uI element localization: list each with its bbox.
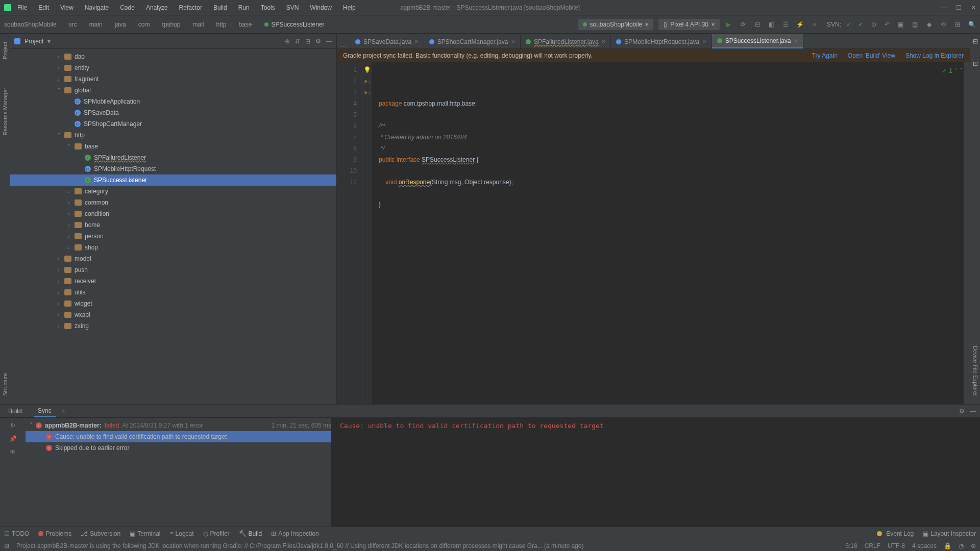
tree-row-spsavedata[interactable]: CSPSaveData [10, 107, 336, 118]
tree-row-spshopcartmanager[interactable]: CSPShopCartManager [10, 118, 336, 130]
chevron-icon[interactable]: › [56, 290, 61, 295]
close-tab-icon[interactable]: × [602, 38, 606, 45]
menu-run[interactable]: Run [236, 3, 252, 12]
menu-navigate[interactable]: Navigate [83, 3, 111, 12]
chevron-icon[interactable]: ˅ [56, 88, 61, 93]
code-content[interactable]: ✓ 1 ˄ ˅ package com.tpshop.mall.http.bas… [373, 62, 964, 404]
logcat-tool-button[interactable]: ≡ Logcat [170, 530, 194, 537]
layout-inspector-button[interactable]: ▣ Layout Inspector [923, 530, 976, 537]
stop-button[interactable]: ■ [811, 20, 819, 29]
breadcrumb-segment[interactable]: soubaoShopMobile [4, 21, 57, 28]
chevron-icon[interactable]: ˅ [66, 144, 71, 149]
error-stripe[interactable] [964, 62, 970, 404]
collapse-all-button[interactable]: ⊟ [305, 38, 310, 45]
indent-info[interactable]: 4 spaces [912, 542, 937, 549]
device-file-explorer-button[interactable]: Device File Explorer [972, 342, 978, 400]
status-icon[interactable]: ⊞ [4, 542, 9, 549]
show-log-link[interactable]: Show Log in Explorer [905, 52, 964, 59]
build-tool-button[interactable]: 🔨 Build [239, 530, 262, 537]
chevron-up-icon[interactable]: ˄ [954, 65, 958, 77]
structure-tool-button[interactable]: Structure [2, 369, 8, 400]
code-editor[interactable]: 1234567891011 💡●↓●↓ ✓ 1 ˄ ˅ package com.… [337, 62, 970, 404]
tree-row-push[interactable]: ›push [10, 264, 336, 276]
tree-row-spfailuredlistener[interactable]: ISPFailuredListener [10, 152, 336, 163]
profiler-tool-button[interactable]: ◷ Profiler [203, 530, 230, 537]
chevron-icon[interactable]: › [56, 54, 61, 60]
breadcrumb-segment[interactable]: com [138, 21, 150, 28]
tree-row-receiver[interactable]: ›receiver [10, 276, 336, 287]
close-tab-icon[interactable]: × [702, 38, 706, 45]
sync-project-button[interactable]: ⟲ [939, 20, 947, 29]
build-error-row[interactable]: ! Cause: unable to find valid certificat… [26, 431, 331, 442]
tree-row-person[interactable]: ›person [10, 231, 336, 242]
vcs-commit-button[interactable]: ✓ [856, 20, 865, 29]
build-root-row[interactable]: ˅ ! appmbB2B-master: failed At 2024/8/31… [26, 420, 331, 431]
menu-tools[interactable]: Tools [259, 3, 277, 12]
sdk-manager-button[interactable]: ▤ [911, 20, 919, 29]
chevron-icon[interactable]: › [66, 189, 71, 194]
memory-indicator[interactable]: ◔ [959, 542, 964, 549]
resource-manager-button[interactable]: ◆ [925, 20, 933, 29]
resource-manager-tool-button[interactable]: Resource Manager [2, 84, 8, 140]
menu-build[interactable]: Build [211, 3, 229, 12]
tree-row-zxing[interactable]: ›zxing [10, 320, 336, 332]
tree-row-spsuccesslistener[interactable]: ISPSuccessListener [10, 174, 336, 186]
close-button[interactable]: ✕ [971, 4, 976, 11]
panel-settings-button[interactable]: ⚙ [315, 38, 321, 45]
tree-row-global[interactable]: ˅global [10, 85, 336, 96]
app-inspection-tool-button[interactable]: ⊞ App Inspection [271, 530, 318, 537]
read-only-toggle[interactable]: 🔒 [944, 542, 951, 549]
ide-settings-icon[interactable]: ⊕ [971, 542, 976, 549]
chevron-icon[interactable]: › [66, 211, 71, 217]
project-structure-button[interactable]: ⊞ [953, 20, 962, 29]
search-everywhere-button[interactable]: 🔍 [968, 20, 976, 29]
tree-row-dao[interactable]: ›dao [10, 51, 336, 62]
hide-panel-button[interactable]: — [326, 38, 332, 45]
file-encoding[interactable]: UTF-8 [888, 542, 905, 549]
vcs-history-button[interactable]: ⊙ [870, 20, 878, 29]
terminal-tool-button[interactable]: ▣ Terminal [130, 530, 160, 537]
coverage-button[interactable]: ⊟ [753, 20, 762, 29]
build-tab-sync[interactable]: Sync [34, 405, 56, 417]
menu-view[interactable]: View [58, 3, 76, 12]
chevron-icon[interactable]: › [66, 234, 71, 239]
run-config-selector[interactable]: soubaoShopMobile ▾ [578, 19, 654, 30]
select-opened-file-button[interactable]: ⊕ [285, 38, 290, 45]
tree-row-model[interactable]: ›model [10, 253, 336, 264]
editor-tab-spfailuredlistener-java[interactable]: SPFailuredListener.java× [521, 35, 611, 48]
chevron-icon[interactable]: › [56, 279, 61, 284]
project-panel-title[interactable]: Project [24, 38, 43, 45]
menu-file[interactable]: File [15, 3, 29, 12]
notifications-button[interactable]: ⊟ [973, 38, 978, 45]
tree-row-category[interactable]: ›category [10, 186, 336, 197]
close-tab-icon[interactable]: × [794, 37, 798, 44]
chevron-down-icon[interactable]: ▾ [47, 38, 51, 45]
problems-tool-button[interactable]: Problems [38, 530, 71, 537]
maximize-button[interactable]: ☐ [956, 4, 962, 11]
chevron-down-icon[interactable]: ˅ [960, 65, 963, 77]
tree-row-spmobilehttptrequest[interactable]: CSPMobileHttptRequest [10, 163, 336, 174]
tree-row-common[interactable]: ›common [10, 197, 336, 208]
breadcrumb-segment[interactable]: main [89, 21, 103, 28]
tree-row-wxapi[interactable]: ›wxapi [10, 309, 336, 320]
subversion-tool-button[interactable]: ⎇ Subversion [81, 530, 120, 537]
editor-tab-spmobilehttptrequest-java[interactable]: SPMobileHttptRequest.java× [611, 35, 712, 48]
filter-build-button[interactable]: 👁 [10, 448, 16, 456]
breadcrumb-segment[interactable]: src [69, 21, 77, 28]
menu-help[interactable]: Help [341, 3, 358, 12]
menu-edit[interactable]: Edit [36, 3, 51, 12]
breadcrumb-segment[interactable]: tpshop [162, 21, 180, 28]
cursor-position[interactable]: 6:18 [845, 542, 857, 549]
breadcrumb-segment[interactable]: mall [192, 21, 204, 28]
chevron-icon[interactable]: › [56, 301, 61, 307]
open-build-view-link[interactable]: Open 'Build' View [848, 52, 895, 59]
pin-build-button[interactable]: 📌 [9, 435, 17, 442]
tree-row-condition[interactable]: ›condition [10, 208, 336, 219]
apply-changes-button[interactable]: ⚡ [796, 20, 804, 29]
build-tab-build[interactable]: Build: [4, 406, 28, 417]
build-skipped-row[interactable]: ! Skipped due to earlier error [26, 442, 331, 454]
problems-indicator[interactable]: ✓ 1 ˄ ˅ [942, 65, 963, 77]
hide-build-panel-button[interactable]: — [970, 408, 976, 415]
close-tab-icon[interactable]: × [62, 408, 65, 415]
tree-row-utils[interactable]: ›utils [10, 287, 336, 298]
